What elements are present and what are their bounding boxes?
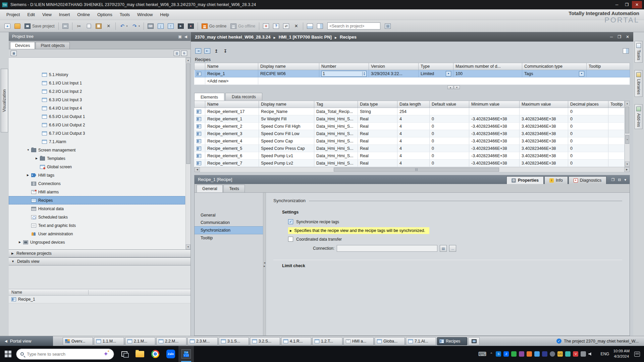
collapse-panel-icon[interactable]: ◀ <box>184 35 187 39</box>
new-project-button[interactable] <box>3 22 12 31</box>
taskbar-search-input[interactable] <box>27 352 100 357</box>
cell-tag[interactable]: Data_Hmi_Hmi_S... <box>314 137 358 145</box>
download-to-device-button[interactable] <box>156 22 165 31</box>
cell-max-records[interactable]: 100 <box>453 70 522 77</box>
cell-name[interactable]: Recipe_element_2 <box>205 123 259 130</box>
tree-item[interactable]: 6.4.I/O List Input 4 <box>9 104 185 112</box>
cell-name[interactable]: Recipe_element_1 <box>205 115 259 123</box>
column-header[interactable]: Tooltip <box>608 101 625 108</box>
properties-subtab[interactable]: General <box>197 185 223 192</box>
start-button[interactable] <box>0 346 16 362</box>
tree-item[interactable]: Connections <box>9 179 185 188</box>
details-recipe-row[interactable]: Recipe_1 <box>9 296 191 303</box>
cell-minimum-value[interactable]: -3.402823466E+38 <box>469 137 520 145</box>
column-header[interactable] <box>195 63 205 70</box>
coordinated-data-transfer-checkbox[interactable] <box>288 237 293 242</box>
cell-data-length[interactable]: 4 <box>397 123 430 130</box>
chrome-button[interactable] <box>148 346 163 362</box>
cell-maximum-value[interactable]: 3.402823466E+38 <box>520 160 568 167</box>
paste-button[interactable] <box>94 22 103 31</box>
tree-item[interactable]: Global screen <box>9 163 185 171</box>
undo-dropdown-icon[interactable]: ▾ <box>126 25 128 27</box>
export-recipe-button[interactable] <box>194 47 202 55</box>
cell-data-length[interactable]: 4 <box>397 152 430 160</box>
column-header[interactable]: Data type <box>358 101 397 108</box>
column-header[interactable]: Number <box>319 63 369 70</box>
pin-panel-icon[interactable]: ▣ <box>178 35 181 39</box>
tree-item[interactable]: 6.2.I/O List Input 2 <box>9 87 185 96</box>
tray-icon[interactable] <box>519 351 524 357</box>
cell-tag[interactable]: Data_Hmi_Hmi_S... <box>314 123 358 130</box>
tree-item[interactable]: 5.1.History <box>9 70 185 79</box>
runtime-button[interactable] <box>468 337 480 345</box>
scroll-down-icon[interactable]: ▼ <box>625 162 630 167</box>
open-editor-tab[interactable]: 1.2.T... <box>312 337 342 345</box>
cell-decimal-places[interactable]: 0 <box>568 160 608 167</box>
synchronize-recipe-tags-row[interactable]: ✓ Synchronize recipe tags <box>288 219 622 224</box>
open-editor-tab[interactable]: Recipes <box>437 337 467 345</box>
expander-icon[interactable]: ▶ <box>19 241 23 244</box>
tree-item[interactable]: ▶ Ungrouped devices <box>9 238 185 246</box>
library-view-button[interactable] <box>383 22 392 31</box>
column-header[interactable]: Display name <box>259 101 314 108</box>
element-row[interactable]: Recipe_element_1 Sv Weight Fill Data_Hmi… <box>195 115 625 123</box>
column-header[interactable]: Minimum value <box>469 101 520 108</box>
tree-item[interactable]: ▶ HMI tags <box>9 171 185 179</box>
tree-item[interactable]: HMI alarms <box>9 188 185 196</box>
cell-data-type[interactable]: Real <box>358 145 397 152</box>
cell-data-type[interactable]: Real <box>358 137 397 145</box>
open-editor-tab[interactable]: 2.1.M... <box>125 337 155 345</box>
cell-display-name[interactable]: Speed Pump Lv1 <box>259 152 314 160</box>
task-view-button[interactable] <box>117 346 132 362</box>
tree-scrollbar[interactable]: ▲ ▼ <box>185 58 191 249</box>
scroll-left-icon[interactable]: ◀ <box>195 167 200 172</box>
cell-name[interactable]: Recipe_1 <box>205 70 258 77</box>
cell-maximum-value[interactable]: 3.402823466E+38 <box>520 130 568 137</box>
tray-icon[interactable]: S <box>496 351 501 357</box>
cell-default-value[interactable] <box>430 108 469 115</box>
clock[interactable]: 10:09 AM 4/3/2024 <box>613 349 630 359</box>
start-simulation-button[interactable] <box>176 22 185 31</box>
element-row[interactable]: Recipe_element_2 Speed Conv Fill High Da… <box>195 123 625 130</box>
upload-from-device-button[interactable] <box>166 22 175 31</box>
connection-browse-button[interactable]: ... <box>449 245 456 252</box>
cell-display-name[interactable]: Speed Conv Fill Low <box>259 130 314 137</box>
column-header[interactable]: Maximum value <box>520 101 568 108</box>
import-recipe-button[interactable] <box>203 47 211 55</box>
menu-item[interactable]: Tools <box>116 11 133 18</box>
side-tab[interactable]: Add-ins <box>635 104 643 129</box>
copilot-sparkle-icon[interactable]: ✦ <box>103 350 108 358</box>
tray-icon[interactable]: Z <box>503 351 509 357</box>
cell-communication-type[interactable]: Tags▼ <box>522 70 587 77</box>
column-header[interactable]: Communication type <box>522 63 587 70</box>
menu-item[interactable]: Online <box>73 11 94 18</box>
split-view-button[interactable] <box>622 47 630 55</box>
menu-item[interactable]: Window <box>133 11 156 18</box>
cell-tooltip[interactable] <box>608 160 625 167</box>
taskbar-search[interactable]: ✦ <box>16 349 114 360</box>
cross-references-button[interactable] <box>281 22 291 31</box>
tray-icon[interactable]: UC <box>557 351 563 357</box>
cell-name[interactable]: Recipe_element_17 <box>205 108 259 115</box>
cell-tooltip[interactable] <box>608 108 625 115</box>
tree-tab[interactable]: Plant objects <box>36 42 70 49</box>
cell-type[interactable]: Limited▼ <box>419 70 453 77</box>
cell-tooltip[interactable] <box>587 70 630 77</box>
tree-item[interactable]: 6.3.I/O List Input 3 <box>9 96 185 104</box>
accessible-devices-button[interactable] <box>271 22 281 31</box>
save-project-button[interactable]: Save project <box>23 22 56 31</box>
open-editor-tab[interactable]: 7.1.Al... <box>406 337 436 345</box>
cell-number[interactable]: 1▲▼ <box>319 70 369 77</box>
cell-default-value[interactable]: 0 <box>430 115 469 123</box>
properties-tab[interactable]: Properties <box>506 176 544 184</box>
tray-expand-icon[interactable]: ⌃ <box>490 352 493 356</box>
cell-tag[interactable]: Data_Hmi_Hmi_S... <box>314 160 358 167</box>
column-header[interactable]: Default value <box>430 101 469 108</box>
online-diagnostics-button[interactable] <box>261 22 271 31</box>
tree-item[interactable]: ▶ Templates <box>9 154 185 163</box>
scroll-down-icon[interactable]: ▼ <box>186 244 191 249</box>
menu-item[interactable]: Help <box>156 11 173 18</box>
cell-version[interactable]: 3/29/2024 3:22... <box>369 70 419 77</box>
redo-button[interactable]: ▾ <box>130 22 142 31</box>
tree-item[interactable]: Text and graphic lists <box>9 221 185 230</box>
